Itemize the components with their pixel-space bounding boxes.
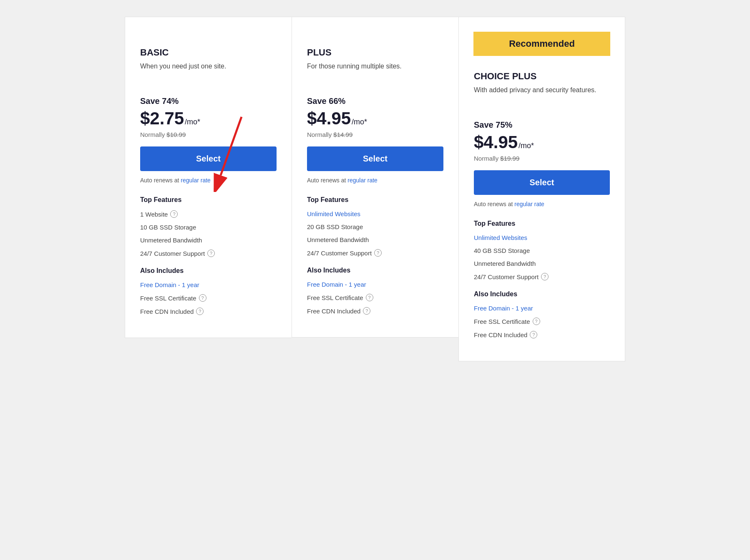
plan-description-choice-plus: With added privacy and security features…	[474, 85, 610, 110]
feature-link-plus-0[interactable]: Unlimited Websites	[307, 210, 360, 217]
also-info-icon-basic-1[interactable]: ?	[199, 294, 206, 302]
also-item-choice-plus-0: Free Domain - 1 year	[474, 305, 610, 312]
also-item-choice-plus-1: Free SSL Certificate ?	[474, 318, 610, 325]
feature-text-plus-2: Unmetered Bandwidth	[307, 236, 369, 243]
normal-price-plus: Normally $14.99	[307, 131, 443, 138]
also-item-basic-0: Free Domain - 1 year	[140, 281, 277, 288]
feature-item-plus-2: Unmetered Bandwidth	[307, 236, 443, 243]
feature-text-basic-1: 10 GB SSD Storage	[140, 224, 196, 231]
feature-item-plus-1: 20 GB SSD Storage	[307, 223, 443, 230]
feature-item-basic-2: Unmetered Bandwidth	[140, 237, 277, 244]
price-amount-choice-plus: $4.95	[474, 132, 518, 152]
feature-text-plus-3: 24/7 Customer Support	[307, 250, 372, 257]
also-item-plus-0: Free Domain - 1 year	[307, 281, 443, 288]
feature-item-choice-plus-0: Unlimited Websites	[474, 234, 610, 241]
feature-item-choice-plus-1: 40 GB SSD Storage	[474, 247, 610, 254]
price-row-choice-plus: $4.95 /mo*	[474, 132, 610, 152]
also-includes-title-choice-plus: Also Includes	[474, 290, 610, 298]
also-text-plus-2: Free CDN Included	[307, 308, 360, 315]
also-text-choice-plus-2: Free CDN Included	[474, 331, 527, 338]
also-item-plus-1: Free SSL Certificate ?	[307, 294, 443, 301]
feature-item-choice-plus-2: Unmetered Bandwidth	[474, 260, 610, 267]
price-row-basic: $2.75 /mo*	[140, 108, 277, 129]
top-features-title-choice-plus: Top Features	[474, 220, 610, 227]
info-icon-choice-plus-3[interactable]: ?	[541, 273, 549, 280]
also-item-choice-plus-2: Free CDN Included ?	[474, 331, 610, 338]
also-link-basic-0[interactable]: Free Domain - 1 year	[140, 281, 199, 288]
feature-text-choice-plus-1: 40 GB SSD Storage	[474, 247, 530, 254]
select-button-choice-plus[interactable]: Select	[474, 170, 610, 195]
price-unit-plus: /mo*	[352, 118, 367, 126]
pricing-container: BASICWhen you need just one site.Save 74…	[125, 17, 625, 361]
price-amount-plus: $4.95	[307, 108, 351, 129]
feature-item-basic-3: 24/7 Customer Support ?	[140, 250, 277, 257]
also-info-icon-basic-2[interactable]: ?	[196, 308, 204, 315]
plan-description-basic: When you need just one site.	[140, 61, 277, 86]
regular-rate-link-choice-plus[interactable]: regular rate	[514, 201, 544, 207]
also-text-choice-plus-1: Free SSL Certificate	[474, 318, 530, 325]
price-unit-basic: /mo*	[185, 118, 200, 126]
info-icon-basic-3[interactable]: ?	[207, 250, 215, 257]
feature-text-choice-plus-2: Unmetered Bandwidth	[474, 260, 536, 267]
also-info-icon-choice-plus-1[interactable]: ?	[533, 318, 540, 325]
recommended-badge: Recommended	[473, 32, 610, 56]
also-text-basic-2: Free CDN Included	[140, 308, 194, 315]
plan-name-basic: BASIC	[140, 47, 277, 58]
also-includes-basic: Also Includes Free Domain - 1 year Free …	[140, 267, 277, 315]
price-row-plus: $4.95 /mo*	[307, 108, 443, 129]
plan-card-plus: PLUSFor those running multiple sites.Sav…	[292, 17, 458, 338]
also-item-plus-2: Free CDN Included ?	[307, 307, 443, 315]
feature-text-basic-2: Unmetered Bandwidth	[140, 237, 202, 244]
top-features-title-basic: Top Features	[140, 196, 277, 204]
save-label-basic: Save 74%	[140, 96, 277, 106]
also-item-basic-1: Free SSL Certificate ?	[140, 294, 277, 302]
regular-rate-link-plus[interactable]: regular rate	[347, 177, 378, 184]
info-icon-plus-3[interactable]: ?	[374, 249, 382, 257]
select-button-basic[interactable]: Select	[140, 146, 277, 171]
also-includes-choice-plus: Also Includes Free Domain - 1 year Free …	[474, 290, 610, 338]
feature-link-choice-plus-0[interactable]: Unlimited Websites	[474, 234, 527, 241]
also-info-icon-plus-2[interactable]: ?	[363, 307, 370, 315]
feature-text-basic-0: 1 Website	[140, 211, 168, 218]
plan-description-plus: For those running multiple sites.	[307, 61, 443, 86]
info-icon-basic-0[interactable]: ?	[170, 210, 178, 218]
feature-text-basic-3: 24/7 Customer Support	[140, 250, 205, 257]
auto-renew-choice-plus: Auto renews at regular rate	[474, 201, 610, 207]
also-info-icon-choice-plus-2[interactable]: ?	[530, 331, 537, 338]
normal-price-choice-plus: Normally $19.99	[474, 155, 610, 162]
plan-card-wrapper-choice-plus: RecommendedCHOICE PLUSWith added privacy…	[458, 17, 625, 361]
plan-card-wrapper-basic: BASICWhen you need just one site.Save 74…	[125, 17, 292, 338]
feature-item-plus-3: 24/7 Customer Support ?	[307, 249, 443, 257]
price-amount-basic: $2.75	[140, 108, 184, 129]
feature-text-plus-1: 20 GB SSD Storage	[307, 223, 363, 230]
feature-item-plus-0: Unlimited Websites	[307, 210, 443, 217]
top-features-title-plus: Top Features	[307, 196, 443, 204]
save-label-choice-plus: Save 75%	[474, 120, 610, 130]
plan-card-wrapper-plus: PLUSFor those running multiple sites.Sav…	[292, 17, 458, 338]
also-link-choice-plus-0[interactable]: Free Domain - 1 year	[474, 305, 533, 312]
plan-name-choice-plus: CHOICE PLUS	[474, 71, 610, 82]
regular-rate-link-basic[interactable]: regular rate	[181, 177, 211, 184]
save-label-plus: Save 66%	[307, 96, 443, 106]
feature-text-choice-plus-3: 24/7 Customer Support	[474, 273, 539, 280]
auto-renew-basic: Auto renews at regular rate	[140, 177, 277, 184]
also-includes-title-plus: Also Includes	[307, 267, 443, 274]
plan-card-basic: BASICWhen you need just one site.Save 74…	[125, 17, 292, 338]
auto-renew-plus: Auto renews at regular rate	[307, 177, 443, 184]
normal-price-basic: Normally $10.99	[140, 131, 277, 138]
also-info-icon-plus-1[interactable]: ?	[366, 294, 373, 301]
also-includes-plus: Also Includes Free Domain - 1 year Free …	[307, 267, 443, 315]
plan-name-plus: PLUS	[307, 47, 443, 58]
also-item-basic-2: Free CDN Included ?	[140, 308, 277, 315]
feature-item-basic-0: 1 Website ?	[140, 210, 277, 218]
also-text-plus-1: Free SSL Certificate	[307, 294, 363, 301]
plan-card-choice-plus: RecommendedCHOICE PLUSWith added privacy…	[458, 17, 625, 361]
feature-item-choice-plus-3: 24/7 Customer Support ?	[474, 273, 610, 280]
feature-item-basic-1: 10 GB SSD Storage	[140, 224, 277, 231]
price-unit-choice-plus: /mo*	[518, 141, 534, 150]
also-text-basic-1: Free SSL Certificate	[140, 295, 196, 302]
select-button-plus[interactable]: Select	[307, 146, 443, 171]
also-includes-title-basic: Also Includes	[140, 267, 277, 275]
also-link-plus-0[interactable]: Free Domain - 1 year	[307, 281, 366, 288]
